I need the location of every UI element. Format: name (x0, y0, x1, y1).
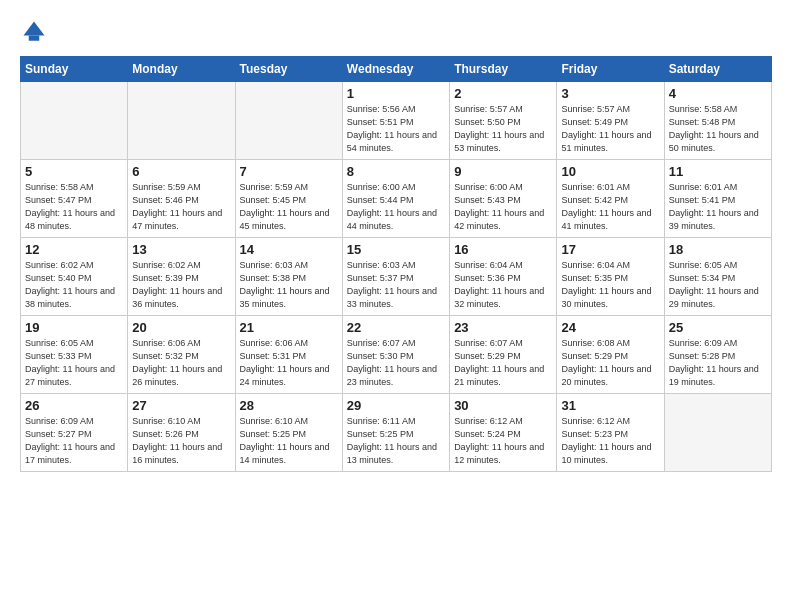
day-number: 31 (561, 398, 659, 413)
calendar-cell: 19Sunrise: 6:05 AMSunset: 5:33 PMDayligh… (21, 316, 128, 394)
weekday-header: Tuesday (235, 57, 342, 82)
calendar-cell: 22Sunrise: 6:07 AMSunset: 5:30 PMDayligh… (342, 316, 449, 394)
day-info: Sunrise: 6:12 AMSunset: 5:23 PMDaylight:… (561, 415, 659, 467)
day-number: 16 (454, 242, 552, 257)
day-number: 21 (240, 320, 338, 335)
day-number: 18 (669, 242, 767, 257)
calendar-cell: 3Sunrise: 5:57 AMSunset: 5:49 PMDaylight… (557, 82, 664, 160)
day-info: Sunrise: 5:56 AMSunset: 5:51 PMDaylight:… (347, 103, 445, 155)
day-info: Sunrise: 6:00 AMSunset: 5:43 PMDaylight:… (454, 181, 552, 233)
calendar-cell: 23Sunrise: 6:07 AMSunset: 5:29 PMDayligh… (450, 316, 557, 394)
calendar-cell: 25Sunrise: 6:09 AMSunset: 5:28 PMDayligh… (664, 316, 771, 394)
day-number: 24 (561, 320, 659, 335)
day-number: 9 (454, 164, 552, 179)
calendar-cell: 20Sunrise: 6:06 AMSunset: 5:32 PMDayligh… (128, 316, 235, 394)
calendar-cell: 11Sunrise: 6:01 AMSunset: 5:41 PMDayligh… (664, 160, 771, 238)
day-info: Sunrise: 6:06 AMSunset: 5:31 PMDaylight:… (240, 337, 338, 389)
calendar-cell: 4Sunrise: 5:58 AMSunset: 5:48 PMDaylight… (664, 82, 771, 160)
day-number: 8 (347, 164, 445, 179)
day-info: Sunrise: 6:07 AMSunset: 5:29 PMDaylight:… (454, 337, 552, 389)
day-info: Sunrise: 6:09 AMSunset: 5:27 PMDaylight:… (25, 415, 123, 467)
calendar-cell (21, 82, 128, 160)
day-info: Sunrise: 6:02 AMSunset: 5:39 PMDaylight:… (132, 259, 230, 311)
weekday-header: Wednesday (342, 57, 449, 82)
day-info: Sunrise: 6:12 AMSunset: 5:24 PMDaylight:… (454, 415, 552, 467)
weekday-header: Saturday (664, 57, 771, 82)
calendar-cell: 14Sunrise: 6:03 AMSunset: 5:38 PMDayligh… (235, 238, 342, 316)
page: SundayMondayTuesdayWednesdayThursdayFrid… (0, 0, 792, 612)
day-info: Sunrise: 5:58 AMSunset: 5:48 PMDaylight:… (669, 103, 767, 155)
calendar-cell: 2Sunrise: 5:57 AMSunset: 5:50 PMDaylight… (450, 82, 557, 160)
day-info: Sunrise: 5:57 AMSunset: 5:50 PMDaylight:… (454, 103, 552, 155)
calendar-cell: 7Sunrise: 5:59 AMSunset: 5:45 PMDaylight… (235, 160, 342, 238)
day-number: 11 (669, 164, 767, 179)
day-number: 12 (25, 242, 123, 257)
calendar-cell: 5Sunrise: 5:58 AMSunset: 5:47 PMDaylight… (21, 160, 128, 238)
day-number: 26 (25, 398, 123, 413)
calendar-cell: 12Sunrise: 6:02 AMSunset: 5:40 PMDayligh… (21, 238, 128, 316)
calendar-cell: 18Sunrise: 6:05 AMSunset: 5:34 PMDayligh… (664, 238, 771, 316)
calendar-cell: 16Sunrise: 6:04 AMSunset: 5:36 PMDayligh… (450, 238, 557, 316)
calendar-week-row: 19Sunrise: 6:05 AMSunset: 5:33 PMDayligh… (21, 316, 772, 394)
calendar-cell: 6Sunrise: 5:59 AMSunset: 5:46 PMDaylight… (128, 160, 235, 238)
logo-icon (20, 18, 48, 46)
weekday-header: Sunday (21, 57, 128, 82)
day-info: Sunrise: 5:59 AMSunset: 5:45 PMDaylight:… (240, 181, 338, 233)
calendar-cell: 21Sunrise: 6:06 AMSunset: 5:31 PMDayligh… (235, 316, 342, 394)
calendar: SundayMondayTuesdayWednesdayThursdayFrid… (20, 56, 772, 472)
day-number: 7 (240, 164, 338, 179)
day-info: Sunrise: 6:02 AMSunset: 5:40 PMDaylight:… (25, 259, 123, 311)
calendar-cell: 13Sunrise: 6:02 AMSunset: 5:39 PMDayligh… (128, 238, 235, 316)
day-number: 6 (132, 164, 230, 179)
calendar-cell: 29Sunrise: 6:11 AMSunset: 5:25 PMDayligh… (342, 394, 449, 472)
calendar-cell: 10Sunrise: 6:01 AMSunset: 5:42 PMDayligh… (557, 160, 664, 238)
calendar-cell (128, 82, 235, 160)
day-number: 30 (454, 398, 552, 413)
day-number: 25 (669, 320, 767, 335)
day-info: Sunrise: 6:03 AMSunset: 5:38 PMDaylight:… (240, 259, 338, 311)
day-info: Sunrise: 6:00 AMSunset: 5:44 PMDaylight:… (347, 181, 445, 233)
calendar-week-row: 26Sunrise: 6:09 AMSunset: 5:27 PMDayligh… (21, 394, 772, 472)
day-number: 20 (132, 320, 230, 335)
day-info: Sunrise: 6:04 AMSunset: 5:36 PMDaylight:… (454, 259, 552, 311)
day-info: Sunrise: 6:05 AMSunset: 5:34 PMDaylight:… (669, 259, 767, 311)
day-info: Sunrise: 6:07 AMSunset: 5:30 PMDaylight:… (347, 337, 445, 389)
weekday-header: Monday (128, 57, 235, 82)
calendar-cell: 31Sunrise: 6:12 AMSunset: 5:23 PMDayligh… (557, 394, 664, 472)
day-info: Sunrise: 5:58 AMSunset: 5:47 PMDaylight:… (25, 181, 123, 233)
logo (20, 18, 52, 46)
day-number: 10 (561, 164, 659, 179)
calendar-cell: 15Sunrise: 6:03 AMSunset: 5:37 PMDayligh… (342, 238, 449, 316)
day-info: Sunrise: 6:10 AMSunset: 5:25 PMDaylight:… (240, 415, 338, 467)
day-info: Sunrise: 6:01 AMSunset: 5:41 PMDaylight:… (669, 181, 767, 233)
day-info: Sunrise: 6:01 AMSunset: 5:42 PMDaylight:… (561, 181, 659, 233)
day-info: Sunrise: 6:04 AMSunset: 5:35 PMDaylight:… (561, 259, 659, 311)
day-number: 3 (561, 86, 659, 101)
day-info: Sunrise: 5:57 AMSunset: 5:49 PMDaylight:… (561, 103, 659, 155)
day-number: 22 (347, 320, 445, 335)
day-number: 14 (240, 242, 338, 257)
day-number: 28 (240, 398, 338, 413)
calendar-cell (235, 82, 342, 160)
header (20, 18, 772, 46)
calendar-cell: 26Sunrise: 6:09 AMSunset: 5:27 PMDayligh… (21, 394, 128, 472)
day-number: 5 (25, 164, 123, 179)
svg-marker-0 (24, 22, 45, 36)
day-number: 4 (669, 86, 767, 101)
day-info: Sunrise: 6:08 AMSunset: 5:29 PMDaylight:… (561, 337, 659, 389)
day-number: 23 (454, 320, 552, 335)
calendar-week-row: 12Sunrise: 6:02 AMSunset: 5:40 PMDayligh… (21, 238, 772, 316)
svg-rect-1 (29, 36, 40, 41)
calendar-cell: 17Sunrise: 6:04 AMSunset: 5:35 PMDayligh… (557, 238, 664, 316)
calendar-week-row: 5Sunrise: 5:58 AMSunset: 5:47 PMDaylight… (21, 160, 772, 238)
day-number: 1 (347, 86, 445, 101)
calendar-cell (664, 394, 771, 472)
day-number: 29 (347, 398, 445, 413)
day-number: 13 (132, 242, 230, 257)
calendar-cell: 1Sunrise: 5:56 AMSunset: 5:51 PMDaylight… (342, 82, 449, 160)
day-info: Sunrise: 5:59 AMSunset: 5:46 PMDaylight:… (132, 181, 230, 233)
day-number: 2 (454, 86, 552, 101)
day-info: Sunrise: 6:10 AMSunset: 5:26 PMDaylight:… (132, 415, 230, 467)
day-number: 19 (25, 320, 123, 335)
day-info: Sunrise: 6:11 AMSunset: 5:25 PMDaylight:… (347, 415, 445, 467)
